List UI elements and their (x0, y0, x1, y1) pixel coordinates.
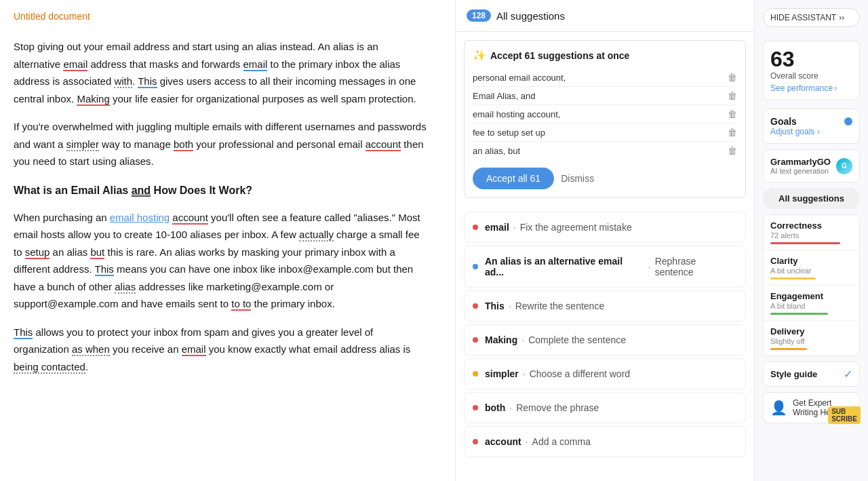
metric-clarity[interactable]: Clarity A bit unclear (764, 250, 859, 286)
highlight-email2: email (243, 58, 268, 71)
suggestion-desc-5: Remove the phrase (516, 402, 599, 413)
highlight-making: Making (77, 93, 109, 106)
metric-delivery[interactable]: Delivery Slightly off (764, 321, 859, 355)
suggestion-word-6: account (485, 436, 521, 447)
highlight-but: but (90, 246, 104, 259)
suggestion-row-0[interactable]: email · Fix the agreement mistake (464, 212, 746, 243)
grammarly-go-sublabel: AI text generation (770, 167, 831, 175)
dot-4 (473, 371, 478, 377)
editor-content[interactable]: Stop giving out your email address and s… (14, 38, 428, 375)
metric-delivery-bar (770, 348, 807, 350)
accept-all-button[interactable]: Accept all 61 (473, 168, 554, 189)
suggestion-desc-2: Rewrite the sentence (515, 301, 605, 311)
document-title[interactable]: Untitled document (14, 11, 428, 22)
suggestion-row-3[interactable]: Making · Complete the sentence (464, 324, 746, 355)
metric-engagement-sub: A bit bland (770, 302, 852, 310)
see-performance-link[interactable]: See performance › (770, 83, 852, 93)
chevron-right-icon: › (817, 127, 820, 136)
suggestion-desc-4: Choose a different word (530, 368, 630, 379)
delete-icon-4[interactable]: 🗑 (728, 127, 737, 138)
section-heading: What is an Email Alias and How Does It W… (14, 181, 428, 199)
suggestions-header: 128 All suggestions (456, 0, 754, 32)
highlight-toto: to to (231, 298, 251, 311)
score-number: 63 (770, 48, 852, 70)
metrics-section: Correctness 72 alerts Clarity A bit uncl… (763, 214, 860, 356)
suggestion-row-4[interactable]: simpler · Choose a different word (464, 358, 746, 389)
suggestion-word-2: This (485, 301, 505, 311)
sep-3: · (521, 334, 524, 345)
dot-0 (473, 225, 478, 230)
suggestion-word-4: simpler (485, 368, 519, 379)
suggestion-desc-3: Complete the sentence (528, 334, 626, 345)
dot-2 (473, 303, 478, 309)
highlight-email3: email (182, 343, 206, 356)
suggestion-word-3: Making (485, 334, 517, 345)
delete-icon-3[interactable]: 🗑 (728, 109, 737, 119)
delete-icon-5[interactable]: 🗑 (728, 145, 737, 156)
paragraph-2: If you're overwhelmed with juggling mult… (14, 118, 428, 170)
goals-dot (844, 117, 852, 126)
highlight-aswhen: as when (72, 343, 110, 356)
score-label: Overall score (770, 71, 852, 81)
goals-label: Goals (770, 116, 797, 127)
metric-delivery-sub: Slightly off (770, 337, 852, 345)
highlight-account2: account (172, 212, 208, 225)
sparkle-icon: ✨ (473, 49, 486, 62)
highlight-simpler: simpler (66, 138, 99, 151)
banner-item-3: email hosting account, 🗑 (473, 105, 737, 123)
banner-item-5: an alias, but 🗑 (473, 142, 737, 159)
suggestion-desc-0: Fix the agreement mistake (520, 222, 632, 233)
paragraph-4: This allows you to protect your inbox fr… (14, 324, 428, 376)
highlight-setup: setup (25, 246, 50, 259)
suggestion-row-2[interactable]: This · Rewrite the sentence (464, 290, 746, 322)
metric-delivery-name: Delivery (770, 326, 852, 336)
highlight-email: email (63, 58, 87, 71)
highlight-this3: This (14, 326, 33, 339)
goals-section: Goals Adjust goals › (763, 109, 860, 144)
suggestion-desc-1: Rephrase sentence (655, 256, 737, 277)
accept-all-banner: ✨ Accept 61 suggestions at once personal… (464, 40, 746, 198)
suggestion-word-0: email (485, 222, 509, 233)
metric-engagement-name: Engagement (770, 291, 852, 301)
goals-header: Goals (770, 116, 852, 127)
style-guide-section[interactable]: Style guide ✓ (763, 362, 860, 387)
expert-writing-section[interactable]: 👤 Get Expert Writing He SUBSCRIBE (763, 392, 860, 423)
dismiss-button[interactable]: Dismiss (561, 173, 594, 184)
banner-item-2: Email Alias, and 🗑 (473, 87, 737, 105)
sep-5: · (509, 402, 512, 413)
suggestions-title: All suggestions (496, 10, 565, 22)
paragraph-1: Stop giving out your email address and s… (14, 38, 428, 107)
editor-panel: Untitled document Stop giving out your e… (0, 0, 456, 481)
all-suggestions-button[interactable]: All suggestions (763, 188, 860, 209)
grammarly-go-section[interactable]: GrammarlyGO AI text generation G (763, 149, 860, 182)
metric-engagement[interactable]: Engagement A bit bland (764, 286, 859, 321)
highlight-both: both (174, 138, 193, 151)
suggestion-row-5[interactable]: both · Remove the phrase (464, 392, 746, 423)
grammarly-go-label: GrammarlyGO (770, 157, 831, 167)
metric-correctness-name: Correctness (770, 220, 852, 231)
metric-correctness-bar (770, 242, 840, 244)
hide-assistant-button[interactable]: HIDE ASSISTANT ›› (763, 8, 860, 27)
person-icon: 👤 (770, 400, 787, 416)
suggestion-row-6[interactable]: account · Add a comma (464, 426, 746, 457)
sep-4: · (523, 368, 526, 379)
metric-clarity-sub: A bit unclear (770, 267, 852, 275)
dot-6 (473, 439, 478, 444)
style-guide-label: Style guide (770, 369, 817, 379)
banner-scroll-container: personal email account, 🗑 Email Alias, a… (473, 69, 737, 159)
email-hosting-link[interactable]: email hosting (110, 212, 170, 223)
highlight-being: being contacted (14, 361, 85, 374)
delete-icon-2[interactable]: 🗑 (728, 90, 737, 101)
metric-correctness[interactable]: Correctness 72 alerts (764, 215, 859, 250)
delete-icon-1[interactable]: 🗑 (728, 72, 737, 83)
paragraph-3: When purchasing an email hosting account… (14, 209, 428, 313)
metric-correctness-sub: 72 alerts (770, 231, 852, 239)
highlight-with: with (114, 75, 132, 88)
accept-all-header: ✨ Accept 61 suggestions at once (473, 49, 737, 62)
banner-actions: Accept all 61 Dismiss (473, 168, 737, 189)
adjust-goals-link[interactable]: Adjust goals › (770, 127, 852, 136)
suggestion-row-1[interactable]: An alias is an alternative email ad... ·… (464, 246, 746, 288)
suggestion-word-1: An alias is an alternative email ad... (485, 256, 644, 277)
dot-3 (473, 337, 478, 343)
highlight-this2: This (95, 263, 114, 276)
